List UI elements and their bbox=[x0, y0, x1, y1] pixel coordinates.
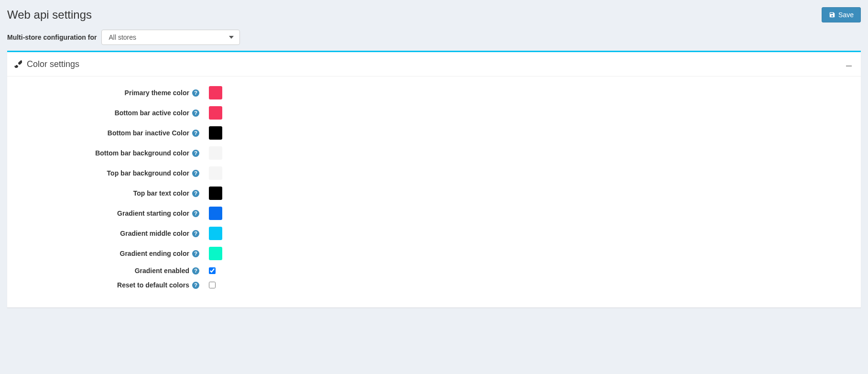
bottom-bar-active-color-swatch[interactable] bbox=[209, 106, 222, 120]
top-bar-background-color-swatch[interactable] bbox=[209, 166, 222, 180]
gradient-middle-color-label: Gradient middle color bbox=[120, 230, 189, 237]
svg-rect-0 bbox=[846, 66, 852, 66]
panel-title: Color settings bbox=[27, 59, 79, 69]
primary-theme-color-swatch[interactable] bbox=[209, 86, 222, 99]
bottom-bar-active-color-label: Bottom bar active color bbox=[115, 109, 189, 117]
help-icon[interactable]: ? bbox=[192, 130, 199, 137]
help-icon[interactable]: ? bbox=[192, 210, 199, 217]
top-bar-text-color-label: Top bar text color bbox=[133, 189, 189, 197]
reset-to-default-colors-label: Reset to default colors bbox=[117, 281, 189, 289]
minus-icon bbox=[846, 66, 852, 66]
page-title: Web api settings bbox=[7, 8, 92, 22]
bottom-bar-inactive-color-swatch[interactable] bbox=[209, 126, 222, 140]
help-icon[interactable]: ? bbox=[192, 110, 199, 117]
brush-icon bbox=[14, 60, 22, 68]
primary-theme-color-label: Primary theme color bbox=[125, 89, 189, 97]
bottom-bar-background-color-swatch[interactable] bbox=[209, 146, 222, 160]
gradient-ending-color-label: Gradient ending color bbox=[120, 250, 189, 257]
collapse-button[interactable] bbox=[844, 58, 854, 70]
multi-store-select[interactable]: All stores bbox=[101, 30, 240, 45]
reset-to-default-colors-checkbox[interactable] bbox=[209, 282, 216, 288]
help-icon[interactable]: ? bbox=[192, 190, 199, 197]
help-icon[interactable]: ? bbox=[192, 170, 199, 177]
top-bar-text-color-swatch[interactable] bbox=[209, 187, 222, 200]
gradient-starting-color-label: Gradient starting color bbox=[117, 209, 189, 217]
help-icon[interactable]: ? bbox=[192, 250, 199, 257]
help-icon[interactable]: ? bbox=[192, 282, 199, 289]
color-settings-panel: Color settings Primary theme color ? Bot… bbox=[7, 51, 861, 308]
gradient-starting-color-swatch[interactable] bbox=[209, 207, 222, 220]
bottom-bar-background-color-label: Bottom bar background color bbox=[95, 149, 189, 157]
gradient-middle-color-swatch[interactable] bbox=[209, 227, 222, 240]
multi-store-label: Multi-store configuration for bbox=[7, 33, 97, 41]
help-icon[interactable]: ? bbox=[192, 267, 199, 275]
help-icon[interactable]: ? bbox=[192, 150, 199, 157]
bottom-bar-inactive-color-label: Bottom bar inactive Color bbox=[108, 129, 189, 137]
help-icon[interactable]: ? bbox=[192, 230, 199, 237]
save-icon bbox=[829, 11, 835, 18]
gradient-enabled-label: Gradient enabled bbox=[135, 267, 189, 275]
gradient-enabled-checkbox[interactable] bbox=[209, 267, 216, 274]
gradient-ending-color-swatch[interactable] bbox=[209, 247, 222, 260]
save-button-label: Save bbox=[838, 11, 854, 19]
save-button[interactable]: Save bbox=[822, 7, 861, 22]
help-icon[interactable]: ? bbox=[192, 89, 199, 97]
top-bar-background-color-label: Top bar background color bbox=[107, 169, 189, 177]
